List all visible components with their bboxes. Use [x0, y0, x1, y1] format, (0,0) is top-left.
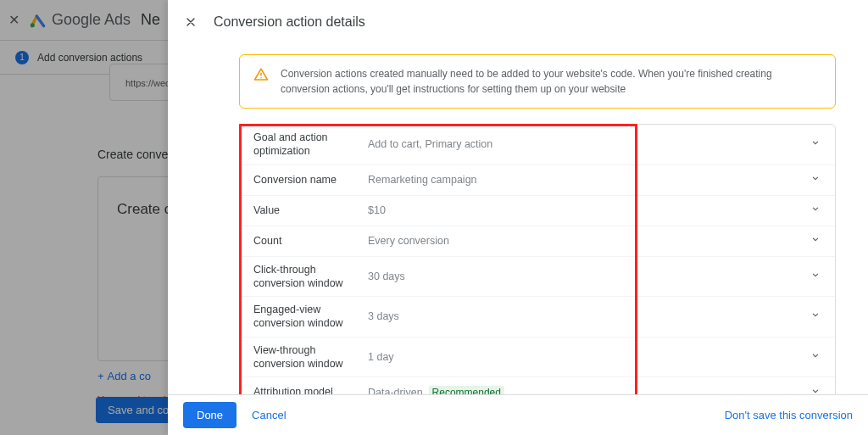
row-attribution[interactable]: Attribution model Data-driven Recommende… — [240, 377, 835, 394]
row-value[interactable]: Value $10 — [240, 196, 835, 226]
row-label: Count — [253, 234, 368, 248]
row-value: Remarketing campaign — [368, 174, 810, 186]
close-button[interactable] — [181, 13, 200, 31]
modal-footer: Done Cancel Don't save this conversion — [168, 394, 868, 435]
row-click-through[interactable]: Click-through conversion window 30 days — [240, 257, 835, 298]
chevron-down-icon — [810, 233, 821, 248]
row-label: Value — [253, 204, 368, 217]
conversion-details-modal: Conversion action details Conversion act… — [168, 0, 868, 435]
row-label: Attribution model — [253, 385, 368, 394]
modal-header: Conversion action details — [168, 0, 868, 44]
chevron-down-icon — [810, 309, 821, 324]
row-value: $10 — [368, 204, 810, 216]
row-value: Add to cart, Primary action — [368, 138, 810, 150]
modal-title: Conversion action details — [214, 14, 365, 30]
dont-save-button[interactable]: Don't save this conversion — [725, 409, 853, 421]
row-value: Every conversion — [368, 235, 810, 247]
row-goal-action[interactable]: Goal and action optimization Add to cart… — [240, 125, 835, 165]
done-button[interactable]: Done — [183, 402, 236, 428]
svg-point-2 — [260, 77, 262, 79]
recommended-badge: Recommended — [429, 386, 504, 395]
row-label: Conversion name — [253, 173, 368, 187]
warning-icon — [253, 67, 269, 82]
chevron-down-icon — [810, 137, 821, 152]
row-value: 1 day — [368, 351, 810, 363]
row-label: View-through conversion window — [253, 343, 368, 371]
row-label: Click-through conversion window — [253, 263, 368, 291]
alert-text: Conversion actions created manually need… — [281, 66, 821, 97]
chevron-down-icon — [810, 349, 821, 365]
close-icon — [184, 15, 198, 29]
row-view-through[interactable]: View-through conversion window 1 day — [240, 337, 835, 378]
row-value: 3 days — [368, 310, 810, 322]
row-value: 30 days — [368, 270, 810, 282]
row-conversion-name[interactable]: Conversion name Remarketing campaign — [240, 165, 835, 196]
row-label: Engaged-view conversion window — [253, 303, 368, 331]
row-value: Data-driven Recommended — [368, 387, 810, 395]
info-alert: Conversion actions created manually need… — [239, 54, 836, 109]
details-panel: Goal and action optimization Add to cart… — [239, 124, 836, 394]
chevron-down-icon — [810, 172, 821, 187]
row-engaged-view[interactable]: Engaged-view conversion window 3 days — [240, 297, 835, 337]
modal-body: Conversion actions created manually need… — [168, 44, 868, 394]
chevron-down-icon — [810, 269, 821, 284]
row-count[interactable]: Count Every conversion — [240, 226, 835, 257]
chevron-down-icon — [810, 385, 821, 395]
cancel-button[interactable]: Cancel — [252, 409, 286, 421]
chevron-down-icon — [810, 203, 821, 218]
row-label: Goal and action optimization — [253, 131, 368, 159]
